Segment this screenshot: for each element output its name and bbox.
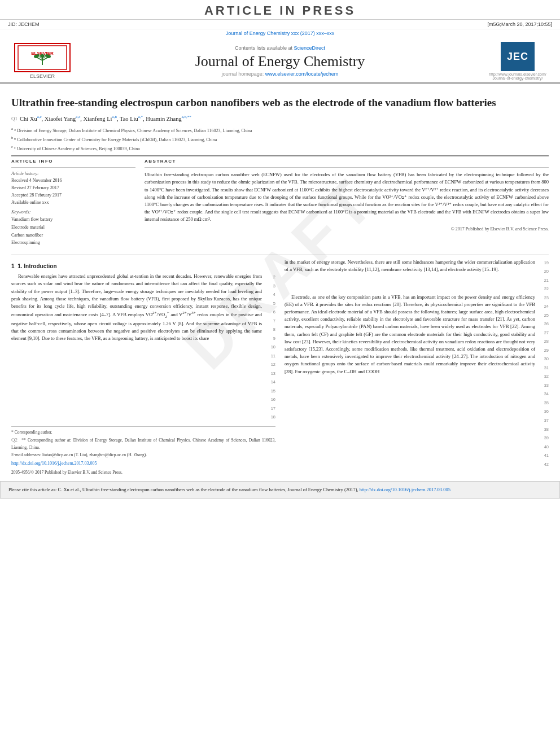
journal-name: Journal of Energy Chemistry — [79, 53, 481, 70]
elsevier-logo-svg: ELSEVIER — [17, 45, 68, 71]
journal-center: Contents lists available at ScienceDirec… — [79, 45, 481, 77]
line-2: Renewable energies have attracted unprec… — [11, 273, 275, 422]
sciencedirect-link[interactable]: ScienceDirect — [294, 45, 326, 51]
intro-left-text: Renewable energies have attracted unprec… — [11, 273, 275, 422]
elsevier-logo-box: ELSEVIER — [14, 43, 71, 72]
intro-heading: 1 1. Introduction — [11, 262, 275, 271]
journal-link[interactable]: Journal of Energy Chemistry xxx (2017) x… — [226, 30, 335, 36]
sciencedirect-label: Contents lists available at ScienceDirec… — [79, 45, 481, 51]
history-label: Article history: — [11, 171, 135, 176]
affiliation-c: c ᶜ University of Chinese Academy of Sci… — [11, 144, 549, 152]
footnotes: * Corresponding author. Q2 ** Correspond… — [11, 426, 275, 476]
authors-line: Chi Xua,c, Xiaofei Yanga,c, Xianfeng Lia… — [20, 115, 191, 122]
journal-header: ELSEVIER ELSEVIER Contents lists availab… — [0, 37, 560, 84]
footnote-email: E-mail addresses: liutao@dicp.ac.cn (T. … — [11, 452, 275, 458]
abstract-label: ABSTRACT — [145, 159, 549, 164]
divider-thick — [11, 155, 549, 156]
elsevier-wordmark: ELSEVIER — [30, 73, 55, 79]
citation-text: Please cite this article as: C. Xu et al… — [8, 487, 358, 492]
body-col-left: 1 1. Introduction Renewable energies hav… — [11, 259, 275, 476]
journal-link-bar: Journal of Energy Chemistry xxx (2017) x… — [0, 29, 560, 37]
divider-3 — [11, 255, 549, 255]
jec-logo: JEC http://www.journals.elsevier.com/Jou… — [487, 42, 549, 80]
q1-marker: Q1 — [11, 116, 18, 121]
keywords-list: Vanadium flow battery Electrode material… — [11, 216, 135, 246]
svg-point-10 — [45, 54, 49, 56]
elsevier-logo: ELSEVIER ELSEVIER — [11, 43, 73, 79]
affiliations: a ᵃ Division of Energy Storage, Dalian I… — [11, 126, 549, 152]
divider-2 — [145, 167, 549, 168]
jid-label: JID: JECHEM — [8, 21, 40, 27]
footnote-corresponding: * Corresponding author. — [11, 429, 275, 435]
article-info-col: ARTICLE INFO Article history: Received 4… — [11, 159, 135, 250]
right-lines-2: Electrode, as one of the key composition… — [285, 294, 549, 469]
article-title: Ultrathin free-standing electrospun carb… — [11, 96, 549, 110]
divider-1 — [11, 167, 135, 168]
citation-bar: Please cite this article as: C. Xu et al… — [0, 481, 560, 499]
svg-point-11 — [40, 54, 45, 58]
article-history: Article history: Received 4 November 201… — [11, 171, 135, 206]
article-in-press-banner: ARTICLE IN PRESS — [0, 0, 560, 20]
keywords-label: Keywords: — [11, 209, 135, 215]
meta-bar: JID: JECHEM [m5G;March 20, 2017;10:55] — [0, 20, 560, 29]
article-content: Ultrathin free-standing electrospun carb… — [0, 84, 560, 475]
jec-box: JEC — [501, 42, 535, 71]
copyright: © 2017 Published by Elsevier B.V. and Sc… — [145, 226, 549, 231]
right-lines: in the market of energy storage. Neverth… — [285, 259, 549, 294]
timestamp-label: [m5G;March 20, 2017;10:55] — [487, 21, 552, 27]
intro-right-text: in the market of energy storage. Neverth… — [285, 259, 549, 469]
issn-line: 2095-4956/© 2017 Published by Elsevier B… — [11, 469, 275, 475]
q2-marker: Q2 — [11, 437, 18, 443]
footnote-corresponding2: Q2 ** Corresponding author at: Division … — [11, 436, 275, 451]
body-col-right: in the market of energy storage. Neverth… — [285, 259, 549, 476]
article-info-abstract: ARTICLE INFO Article history: Received 4… — [11, 159, 549, 250]
doi-link[interactable]: http://dx.doi.org/10.1016/j.jechem.2017.… — [11, 460, 275, 467]
citation-doi[interactable]: http://dx.doi.org/10.1016/j.jechem.2017.… — [360, 487, 450, 492]
abstract-text: Ultrathin free-standing electrospun carb… — [145, 171, 549, 223]
affiliation-a: a ᵃ Division of Energy Storage, Dalian I… — [11, 126, 549, 134]
article-in-press-text: ARTICLE IN PRESS — [204, 3, 356, 18]
journal-homepage: journal homepage: www.elsevier.com/locat… — [79, 71, 481, 77]
article-info-label: ARTICLE INFO — [11, 159, 135, 164]
affiliation-b: b ᵇ Collaborative Innovation Center of C… — [11, 135, 549, 143]
svg-point-9 — [36, 54, 40, 56]
jec-url: http://www.journals.elsevier.com/Journal… — [489, 72, 546, 80]
received-date: Received 4 November 2016 Revised 27 Febr… — [11, 177, 135, 206]
authors-section: Q1 Chi Xua,c, Xiaofei Yanga,c, Xianfeng … — [11, 115, 549, 124]
body-two-col: 1 1. Introduction Renewable energies hav… — [11, 259, 549, 476]
abstract-col: ABSTRACT Ultrathin free-standing electro… — [145, 159, 549, 250]
homepage-url[interactable]: www.elsevier.com/locate/jechem — [265, 71, 339, 77]
keywords-group: Keywords: Vanadium flow battery Electrod… — [11, 209, 135, 246]
